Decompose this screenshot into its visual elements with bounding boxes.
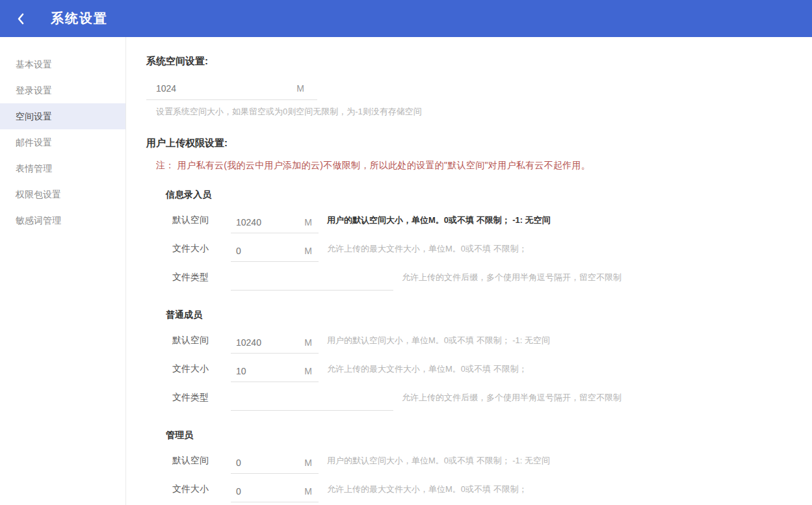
- sidebar-item-permission-package[interactable]: 权限包设置: [0, 181, 125, 207]
- sidebar-item-login-settings[interactable]: 登录设置: [0, 77, 125, 103]
- role-group-ordinary-member: 普通成员 默认空间 M 用户的默认空间大小，单位M。0或不填 不限制； -1: …: [166, 309, 812, 412]
- file-type-label: 文件类型: [172, 272, 231, 283]
- file-size-hint: 允许上传的最大文件大小，单位M。0或不填 不限制；: [327, 363, 527, 375]
- file-size-field: M: [231, 240, 319, 262]
- default-space-field: M: [231, 331, 319, 354]
- file-size-input[interactable]: [231, 486, 304, 497]
- default-space-input[interactable]: [231, 337, 304, 348]
- unit-label: M: [304, 486, 319, 497]
- file-size-label: 文件大小: [172, 484, 231, 495]
- file-size-row: 文件大小 M 允许上传的最大文件大小，单位M。0或不填 不限制；: [172, 235, 812, 263]
- file-type-row: 文件类型 允许上传的文件后缀，多个使用半角逗号隔开，留空不限制: [172, 383, 812, 412]
- unit-label: M: [304, 246, 319, 256]
- app-header: 系统设置: [0, 0, 812, 37]
- file-size-input[interactable]: [231, 366, 304, 376]
- system-space-unit: M: [296, 83, 317, 94]
- sidebar: 基本设置 登录设置 空间设置 邮件设置 表情管理 权限包设置 敏感词管理: [0, 37, 126, 505]
- file-type-input[interactable]: [231, 395, 393, 405]
- main-content: 系统空间设置: M 设置系统空间大小，如果留空或为0则空间无限制，为-1则没有存…: [126, 37, 812, 505]
- file-size-label: 文件大小: [172, 363, 231, 375]
- file-size-label: 文件大小: [172, 243, 231, 255]
- system-space-hint: 设置系统空间大小，如果留空或为0则空间无限制，为-1则没有存储空间: [156, 106, 812, 118]
- file-type-hint: 允许上传的文件后缀，多个使用半角逗号隔开，留空不限制: [402, 392, 622, 404]
- role-group-entry-clerk: 信息录入员 默认空间 M 用户的默认空间大小，单位M。0或不填 不限制； -1:…: [166, 189, 812, 292]
- layout: 基本设置 登录设置 空间设置 邮件设置 表情管理 权限包设置 敏感词管理 系统空…: [0, 37, 812, 505]
- role-group-name: 管理员: [166, 430, 812, 441]
- file-type-label: 文件类型: [172, 392, 231, 404]
- default-space-hint: 用户的默认空间大小，单位M。0或不填 不限制； -1: 无空间: [327, 455, 550, 467]
- default-space-hint: 用户的默认空间大小，单位M。0或不填 不限制； -1: 无空间: [327, 214, 551, 226]
- file-type-field: [231, 389, 393, 411]
- default-space-row: 默认空间 M 用户的默认空间大小，单位M。0或不填 不限制； -1: 无空间: [172, 326, 812, 355]
- default-space-label: 默认空间: [172, 455, 231, 467]
- file-type-hint: 允许上传的文件后缀，多个使用半角逗号隔开，留空不限制: [402, 272, 622, 283]
- role-group-name: 信息录入员: [166, 189, 812, 201]
- file-size-input[interactable]: [231, 246, 304, 256]
- sidebar-item-sensitive-words[interactable]: 敏感词管理: [0, 207, 125, 233]
- default-space-input[interactable]: [231, 217, 304, 227]
- page-title: 系统设置: [51, 10, 108, 27]
- file-size-field: M: [231, 480, 319, 502]
- system-space-field: M: [146, 77, 317, 100]
- sidebar-item-emoji-management[interactable]: 表情管理: [0, 155, 125, 181]
- default-space-row: 默认空间 M 用户的默认空间大小，单位M。0或不填 不限制； -1: 无空间: [172, 447, 812, 475]
- file-size-hint: 允许上传的最大文件大小，单位M。0或不填 不限制；: [327, 484, 527, 495]
- default-space-field: M: [231, 452, 319, 474]
- upload-permission-section: 用户上传权限设置: 注： 用户私有云(我的云中用户添加的云)不做限制，所以此处的…: [146, 137, 812, 505]
- unit-label: M: [304, 366, 319, 376]
- file-size-row: 文件大小 M 允许上传的最大文件大小，单位M。0或不填 不限制；: [172, 355, 812, 383]
- unit-label: M: [304, 337, 319, 348]
- upload-permission-note: 注： 用户私有云(我的云中用户添加的云)不做限制，所以此处的设置的"默认空间"对…: [156, 160, 812, 172]
- file-size-hint: 允许上传的最大文件大小，单位M。0或不填 不限制；: [327, 243, 527, 255]
- unit-label: M: [304, 217, 319, 227]
- system-space-title: 系统空间设置:: [146, 55, 812, 68]
- default-space-label: 默认空间: [172, 214, 231, 226]
- sidebar-item-space-settings[interactable]: 空间设置: [0, 103, 125, 129]
- file-size-row: 文件大小 M 允许上传的最大文件大小，单位M。0或不填 不限制；: [172, 475, 812, 504]
- chevron-left-icon: [16, 13, 25, 25]
- role-group-name: 普通成员: [166, 309, 812, 321]
- default-space-hint: 用户的默认空间大小，单位M。0或不填 不限制； -1: 无空间: [327, 335, 550, 346]
- file-size-field: M: [231, 360, 319, 382]
- upload-permission-title: 用户上传权限设置:: [146, 137, 812, 149]
- system-space-input[interactable]: [146, 83, 296, 94]
- file-type-row: 文件类型 允许上传的文件后缀，多个使用半角逗号隔开，留空不限制: [172, 263, 812, 292]
- unit-label: M: [304, 458, 319, 468]
- sidebar-item-basic-settings[interactable]: 基本设置: [0, 51, 125, 77]
- file-type-input[interactable]: [231, 274, 393, 285]
- sidebar-item-mail-settings[interactable]: 邮件设置: [0, 129, 125, 155]
- file-type-field: [231, 268, 393, 291]
- role-group-administrator: 管理员 默认空间 M 用户的默认空间大小，单位M。0或不填 不限制； -1: 无…: [166, 430, 812, 505]
- default-space-label: 默认空间: [172, 335, 231, 346]
- default-space-input[interactable]: [231, 458, 304, 468]
- default-space-row: 默认空间 M 用户的默认空间大小，单位M。0或不填 不限制； -1: 无空间: [172, 206, 812, 235]
- back-button[interactable]: [0, 0, 42, 37]
- default-space-field: M: [231, 211, 319, 233]
